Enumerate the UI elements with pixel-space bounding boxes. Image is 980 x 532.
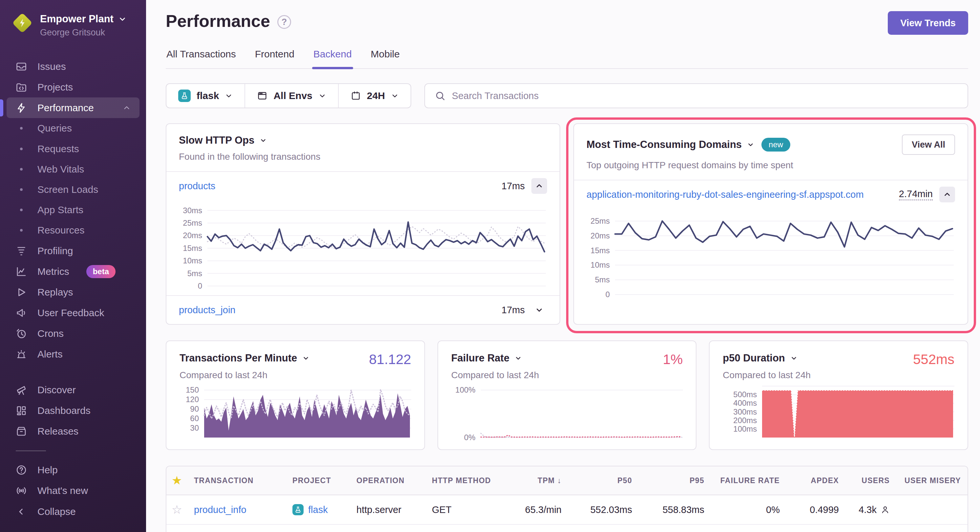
y-axis-tick: 10ms	[173, 256, 202, 266]
transaction-link-products-join[interactable]: products_join	[179, 305, 235, 316]
project-link[interactable]: flask	[308, 505, 328, 515]
sidebar-item-replays[interactable]: Replays	[6, 282, 140, 302]
sidebar-item-alerts[interactable]: Alerts	[6, 344, 140, 365]
sidebar-item-metrics[interactable]: Metricsbeta	[6, 261, 140, 282]
collapse-row-button[interactable]	[531, 178, 547, 194]
collapse-button[interactable]: Collapse	[0, 501, 146, 522]
operation-cell: http.server	[350, 505, 425, 515]
star-column-header-icon[interactable]: ★	[166, 473, 188, 488]
crons-icon	[15, 327, 27, 340]
column-header-transaction[interactable]: TRANSACTION	[188, 476, 286, 485]
sidebar-item-label: Issues	[37, 61, 66, 72]
star-icon[interactable]: ☆	[166, 503, 188, 516]
search-input[interactable]	[452, 91, 958, 102]
sidebar-item-label: Metrics	[37, 266, 69, 277]
slow-http-ops-panel: Slow HTTP Ops Found in the following tra…	[166, 123, 560, 325]
failure-rate-chart: 100%0%	[448, 381, 684, 440]
y-axis-tick: 60	[176, 414, 199, 424]
domain-link[interactable]: application-monitoring-ruby-dot-sales-en…	[587, 189, 864, 200]
window-icon	[257, 91, 267, 101]
performance-icon	[15, 102, 27, 114]
chevron-down-icon	[318, 92, 326, 100]
sidebar-item-user-feedback[interactable]: User Feedback	[6, 303, 140, 323]
search-icon	[435, 91, 445, 101]
tab-backend[interactable]: Backend	[313, 49, 352, 68]
transaction-cell: product_info	[188, 505, 286, 515]
tab-frontend[interactable]: Frontend	[255, 49, 294, 68]
sidebar-subitem-label: Resources	[37, 225, 84, 236]
sidebar-subitem-app-starts[interactable]: App Starts	[6, 200, 140, 220]
time-range-filter[interactable]: 24H	[338, 84, 410, 108]
sidebar-item-projects[interactable]: Projects	[6, 77, 140, 97]
sidebar-item-label: Help	[37, 464, 58, 476]
sidebar-item-releases[interactable]: Releases	[6, 421, 140, 442]
view-all-button[interactable]: View All	[902, 135, 955, 155]
domain-time-value[interactable]: 2.74min	[899, 189, 933, 200]
chevron-down-icon	[118, 15, 127, 23]
column-header-p95[interactable]: P95	[639, 476, 711, 485]
y-axis-tick: 5ms	[581, 275, 610, 285]
tab-mobile[interactable]: Mobile	[371, 49, 400, 68]
transaction-link-products[interactable]: products	[179, 181, 215, 192]
expand-row-button[interactable]	[531, 302, 547, 318]
bullet-icon	[20, 209, 23, 211]
sidebar-subitem-screen-loads[interactable]: Screen Loads	[6, 179, 140, 200]
whats-new-icon	[15, 484, 27, 497]
tab-bar: All TransactionsFrontendBackendMobile	[166, 49, 968, 69]
sidebar-item-help[interactable]: Help	[6, 460, 140, 481]
column-header-operation[interactable]: OPERATION	[350, 476, 425, 485]
column-header-apdex[interactable]: APDEX	[786, 476, 845, 485]
failure-rate-card-title[interactable]: Failure Rate	[451, 352, 683, 364]
beta-badge: beta	[86, 265, 116, 278]
slow-http-ops-title[interactable]: Slow HTTP Ops	[179, 135, 547, 146]
sidebar-subitem-web-vitals[interactable]: Web Vitals	[6, 159, 140, 179]
dashboards-icon	[15, 404, 27, 417]
domains-title[interactable]: Most Time-Consuming Domains	[587, 139, 754, 151]
failure-rate-cell: 0%	[711, 505, 786, 515]
column-header-p50[interactable]: P50	[568, 476, 639, 485]
time-range-label: 24H	[367, 90, 385, 102]
sidebar-subitem-queries[interactable]: Queries	[6, 118, 140, 138]
help-icon[interactable]: ?	[277, 15, 291, 29]
y-axis-tick: 15ms	[173, 243, 202, 253]
column-header-failure-rate[interactable]: FAILURE RATE	[711, 476, 786, 485]
org-switcher[interactable]: Empower Plant George Gritsouk	[0, 12, 146, 38]
sidebar-item-label: Performance	[37, 102, 94, 113]
column-header-http-method[interactable]: HTTP METHOD	[425, 476, 508, 485]
sidebar-item-discover[interactable]: Discover	[6, 380, 140, 400]
sidebar-subitem-requests[interactable]: Requests	[6, 139, 140, 159]
transaction-link[interactable]: product_info	[194, 505, 247, 515]
p50-duration-chart: 500ms400ms300ms200ms100ms	[719, 381, 956, 440]
project-filter[interactable]: flask	[166, 84, 245, 108]
failure-rate-value: 1%	[663, 352, 683, 367]
main-content: Performance ? View Trends All Transactio…	[146, 0, 980, 532]
failure-rate-card: Failure Rate 1% Compared to last 24h 100…	[438, 340, 697, 450]
project-filter-label: flask	[197, 90, 219, 102]
p50-cell: 552.03ms	[568, 505, 639, 515]
y-axis-tick: 0%	[448, 433, 476, 443]
view-trends-button[interactable]: View Trends	[888, 11, 968, 35]
column-header-tpm[interactable]: TPM ↓	[508, 476, 568, 485]
column-header-users[interactable]: USERS	[845, 476, 896, 485]
y-axis-tick: 0	[173, 281, 202, 291]
y-axis-tick: 20ms	[581, 231, 610, 241]
column-header-project[interactable]: PROJECT	[286, 476, 350, 485]
sidebar-subitem-resources[interactable]: Resources	[6, 220, 140, 240]
environment-filter[interactable]: All Envs	[245, 84, 338, 108]
http-method-cell: GET	[425, 505, 508, 515]
sidebar-item-crons[interactable]: Crons	[6, 323, 140, 344]
column-header-user-misery[interactable]: USER MISERY	[896, 476, 967, 485]
domains-panel: Most Time-Consuming Domains new View All…	[573, 123, 968, 325]
project-cell: flask	[286, 504, 350, 515]
sidebar-item-what-s-new[interactable]: What's new	[6, 481, 140, 501]
sidebar-item-issues[interactable]: Issues	[6, 56, 140, 77]
bullet-icon	[20, 188, 23, 191]
collapse-row-button[interactable]	[939, 187, 955, 202]
sidebar-item-label: Releases	[37, 426, 78, 437]
sidebar-item-profiling[interactable]: Profiling	[6, 240, 140, 261]
bullet-icon	[20, 127, 23, 130]
sidebar-item-dashboards[interactable]: Dashboards	[6, 400, 140, 421]
sidebar-item-performance[interactable]: Performance	[6, 97, 140, 118]
y-axis-tick: 100ms	[719, 424, 757, 434]
tab-all-transactions[interactable]: All Transactions	[166, 49, 236, 68]
